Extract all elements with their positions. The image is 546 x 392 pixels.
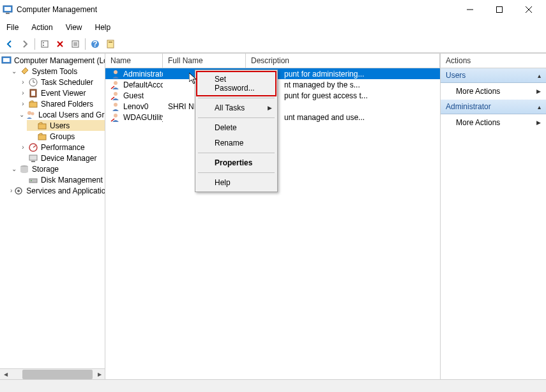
- properties-button[interactable]: [38, 37, 52, 51]
- svg-rect-27: [29, 102, 37, 107]
- window-title: Computer Management: [17, 5, 455, 14]
- users-icon: [26, 110, 36, 120]
- storage-icon: [19, 164, 29, 174]
- svg-rect-26: [31, 91, 35, 96]
- user-disabled-icon: [110, 112, 121, 123]
- column-header-fullname[interactable]: Full Name: [163, 54, 246, 68]
- user-icon: [110, 102, 121, 112]
- context-menu-separator: [198, 98, 275, 98]
- minimize-button[interactable]: [455, 0, 485, 19]
- svg-rect-1: [4, 7, 11, 11]
- tree-root[interactable]: Computer Management (Local: [0, 55, 105, 66]
- chevron-right-icon[interactable]: ›: [10, 187, 12, 195]
- horizontal-scrollbar[interactable]: ◀ ▶: [0, 368, 105, 379]
- ctx-delete[interactable]: Delete: [197, 120, 276, 135]
- tree-system-tools[interactable]: ⌄ System Tools: [9, 66, 105, 77]
- folder-icon: [37, 132, 47, 142]
- ctx-properties[interactable]: Properties: [197, 155, 276, 170]
- chevron-down-icon[interactable]: ⌄: [19, 111, 24, 119]
- chevron-right-icon[interactable]: ›: [19, 89, 27, 97]
- tree-performance[interactable]: › Performance: [18, 142, 105, 153]
- properties-sheet-button[interactable]: [68, 37, 82, 51]
- list-pane: Name Full Name Description Administrator…: [105, 54, 441, 379]
- shared-folder-icon: [28, 99, 38, 109]
- back-button[interactable]: [3, 37, 17, 51]
- chevron-down-icon[interactable]: ⌄: [10, 165, 18, 173]
- scroll-left-icon[interactable]: ◀: [0, 369, 11, 380]
- chevron-right-icon[interactable]: ›: [19, 100, 27, 108]
- actions-more-actions-users[interactable]: More Actions ▶: [441, 83, 546, 100]
- svg-point-29: [31, 112, 34, 115]
- svg-rect-7: [42, 41, 48, 47]
- actions-section-administrator[interactable]: Administrator ▴: [441, 100, 546, 114]
- column-header-description[interactable]: Description: [246, 54, 440, 68]
- svg-rect-18: [107, 40, 114, 48]
- ctx-help[interactable]: Help: [197, 175, 276, 190]
- ctx-all-tasks[interactable]: All Tasks▶: [197, 100, 276, 116]
- svg-point-40: [31, 180, 32, 181]
- svg-point-9: [43, 45, 44, 46]
- list-header: Name Full Name Description: [105, 54, 440, 68]
- tree-device-manager[interactable]: Device Manager: [18, 153, 105, 163]
- scroll-thumb[interactable]: [22, 370, 93, 379]
- clock-icon: [28, 77, 38, 87]
- tree-users[interactable]: Users: [27, 120, 105, 131]
- ctx-set-password[interactable]: Set Password...: [197, 72, 276, 96]
- svg-point-8: [43, 42, 44, 43]
- titlebar: Computer Management: [0, 0, 546, 19]
- user-disabled-icon: [110, 80, 121, 90]
- help-button[interactable]: ?: [88, 37, 102, 51]
- menubar: File Action View Help: [0, 19, 546, 36]
- wrench-icon: [19, 66, 29, 77]
- actions-more-actions-admin[interactable]: More Actions ▶: [441, 114, 546, 131]
- menu-view[interactable]: View: [59, 20, 89, 34]
- actions-pane: Actions Users ▴ More Actions ▶ Administr…: [441, 54, 546, 379]
- svg-point-45: [114, 92, 118, 96]
- tree-disk-management[interactable]: Disk Management: [18, 174, 105, 185]
- context-menu-separator: [198, 172, 275, 173]
- chevron-down-icon[interactable]: ⌄: [10, 68, 18, 75]
- ctx-rename[interactable]: Rename: [197, 135, 276, 151]
- close-button[interactable]: [514, 0, 543, 19]
- delete-button[interactable]: [53, 37, 67, 51]
- scroll-right-icon[interactable]: ▶: [94, 369, 105, 380]
- svg-point-46: [114, 103, 118, 107]
- toolbar: ?: [0, 36, 546, 53]
- svg-point-42: [17, 190, 20, 192]
- tree-services-apps[interactable]: › Services and Applications: [9, 185, 105, 196]
- forward-button[interactable]: [18, 37, 32, 51]
- tree-task-scheduler[interactable]: › Task Scheduler: [18, 77, 105, 87]
- svg-point-47: [114, 114, 118, 117]
- tree-storage[interactable]: ⌄ Storage: [9, 163, 105, 174]
- svg-point-38: [20, 170, 28, 173]
- svg-rect-39: [29, 179, 37, 183]
- menu-action[interactable]: Action: [25, 20, 59, 34]
- tree-shared-folders[interactable]: › Shared Folders: [18, 98, 105, 109]
- toolbar-separator: [34, 38, 35, 50]
- menu-help[interactable]: Help: [89, 20, 118, 34]
- chevron-right-icon: ▶: [536, 88, 541, 94]
- svg-point-28: [27, 111, 31, 115]
- window-controls: [455, 0, 543, 19]
- context-menu-separator: [198, 117, 275, 118]
- tree-event-viewer[interactable]: › Event Viewer: [18, 87, 105, 98]
- actions-section-users[interactable]: Users ▴: [441, 68, 546, 83]
- svg-point-44: [114, 81, 118, 85]
- maximize-button[interactable]: [485, 0, 514, 19]
- menu-file[interactable]: File: [0, 20, 25, 34]
- chevron-right-icon[interactable]: ›: [19, 79, 27, 86]
- column-header-name[interactable]: Name: [105, 54, 163, 68]
- statusbar: [0, 379, 546, 392]
- folder-icon: [37, 121, 47, 131]
- svg-rect-4: [497, 7, 503, 13]
- collapse-up-icon: ▴: [538, 103, 541, 110]
- tree-groups[interactable]: Groups: [27, 131, 105, 142]
- disk-icon: [28, 175, 38, 185]
- actions-header: Actions: [441, 54, 546, 68]
- device-icon: [28, 153, 38, 163]
- chevron-right-icon[interactable]: ›: [19, 144, 27, 151]
- svg-line-33: [33, 146, 36, 147]
- refresh-button[interactable]: [103, 37, 118, 51]
- tree-local-users-groups[interactable]: ⌄ Local Users and Groups: [18, 109, 105, 120]
- user-disabled-icon: [110, 91, 121, 101]
